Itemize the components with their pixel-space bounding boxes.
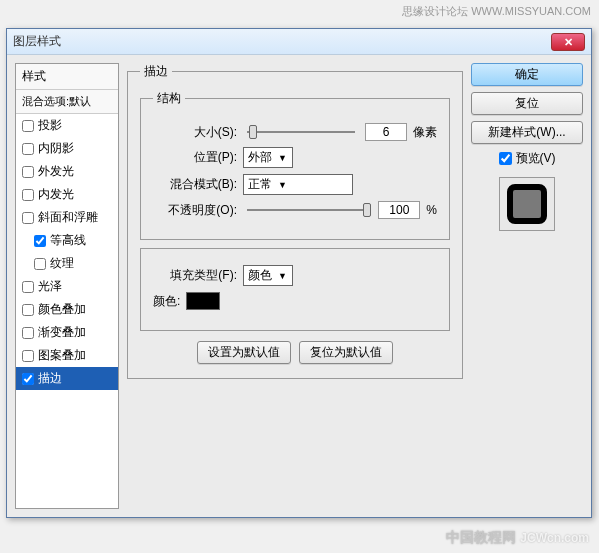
- style-item-label: 斜面和浮雕: [38, 209, 98, 226]
- fill-type-dropdown[interactable]: 颜色 ▼: [243, 265, 293, 286]
- position-label: 位置(P):: [153, 149, 237, 166]
- style-item-10[interactable]: 图案叠加: [16, 344, 118, 367]
- style-checkbox[interactable]: [22, 189, 34, 201]
- style-item-6[interactable]: 纹理: [16, 252, 118, 275]
- opacity-label: 不透明度(O):: [153, 202, 237, 219]
- style-item-7[interactable]: 光泽: [16, 275, 118, 298]
- fill-fieldset: 填充类型(F): 颜色 ▼ 颜色:: [140, 248, 450, 331]
- style-item-11[interactable]: 描边: [16, 367, 118, 390]
- size-slider[interactable]: [247, 131, 355, 133]
- style-item-9[interactable]: 渐变叠加: [16, 321, 118, 344]
- style-checkbox[interactable]: [22, 304, 34, 316]
- style-item-8[interactable]: 颜色叠加: [16, 298, 118, 321]
- style-item-label: 外发光: [38, 163, 74, 180]
- opacity-slider[interactable]: [247, 209, 368, 211]
- opacity-unit: %: [426, 203, 437, 217]
- style-checkbox[interactable]: [22, 373, 34, 385]
- style-item-label: 内阴影: [38, 140, 74, 157]
- style-item-label: 描边: [38, 370, 62, 387]
- fill-type-value: 颜色: [248, 267, 272, 284]
- new-style-button[interactable]: 新建样式(W)...: [471, 121, 583, 144]
- stroke-legend: 描边: [140, 63, 172, 80]
- fill-type-label: 填充类型(F):: [153, 267, 237, 284]
- right-panel: 确定 复位 新建样式(W)... 预览(V): [471, 63, 583, 509]
- style-item-label: 颜色叠加: [38, 301, 86, 318]
- stroke-fieldset: 描边 结构 大小(S): 像素 位置(P): 外部 ▼: [127, 63, 463, 379]
- styles-list: 投影内阴影外发光内发光斜面和浮雕等高线纹理光泽颜色叠加渐变叠加图案叠加描边: [16, 114, 118, 508]
- style-item-label: 内发光: [38, 186, 74, 203]
- position-dropdown[interactable]: 外部 ▼: [243, 147, 293, 168]
- close-button[interactable]: ✕: [551, 33, 585, 51]
- style-checkbox[interactable]: [22, 327, 34, 339]
- color-swatch[interactable]: [186, 292, 220, 310]
- style-item-1[interactable]: 内阴影: [16, 137, 118, 160]
- blend-label: 混合模式(B):: [153, 176, 237, 193]
- color-label: 颜色:: [153, 293, 180, 310]
- style-item-label: 投影: [38, 117, 62, 134]
- style-checkbox[interactable]: [22, 212, 34, 224]
- style-checkbox[interactable]: [22, 350, 34, 362]
- dialog-title: 图层样式: [13, 33, 551, 50]
- style-item-2[interactable]: 外发光: [16, 160, 118, 183]
- blend-value: 正常: [248, 176, 272, 193]
- cancel-button[interactable]: 复位: [471, 92, 583, 115]
- position-value: 外部: [248, 149, 272, 166]
- styles-header[interactable]: 样式: [16, 64, 118, 90]
- titlebar[interactable]: 图层样式 ✕: [7, 29, 591, 55]
- size-unit: 像素: [413, 124, 437, 141]
- style-checkbox[interactable]: [34, 235, 46, 247]
- style-item-label: 等高线: [50, 232, 86, 249]
- style-checkbox[interactable]: [22, 120, 34, 132]
- reset-default-button[interactable]: 复位为默认值: [299, 341, 393, 364]
- ok-button[interactable]: 确定: [471, 63, 583, 86]
- watermark-top: 思缘设计论坛 WWW.MISSYUAN.COM: [402, 4, 591, 19]
- main-panel: 描边 结构 大小(S): 像素 位置(P): 外部 ▼: [127, 63, 463, 509]
- set-default-button[interactable]: 设置为默认值: [197, 341, 291, 364]
- blend-dropdown[interactable]: 正常 ▼: [243, 174, 353, 195]
- style-item-label: 渐变叠加: [38, 324, 86, 341]
- style-item-3[interactable]: 内发光: [16, 183, 118, 206]
- preview-box: [499, 177, 555, 231]
- style-item-label: 图案叠加: [38, 347, 86, 364]
- size-input[interactable]: [365, 123, 407, 141]
- opacity-input[interactable]: [378, 201, 420, 219]
- layer-style-dialog: 图层样式 ✕ 样式 混合选项:默认 投影内阴影外发光内发光斜面和浮雕等高线纹理光…: [6, 28, 592, 518]
- size-label: 大小(S):: [153, 124, 237, 141]
- blend-options-header[interactable]: 混合选项:默认: [16, 90, 118, 114]
- style-item-5[interactable]: 等高线: [16, 229, 118, 252]
- style-item-4[interactable]: 斜面和浮雕: [16, 206, 118, 229]
- style-checkbox[interactable]: [22, 143, 34, 155]
- preview-label: 预览(V): [516, 150, 556, 167]
- style-item-label: 纹理: [50, 255, 74, 272]
- style-checkbox[interactable]: [34, 258, 46, 270]
- chevron-down-icon: ▼: [278, 180, 287, 190]
- structure-fieldset: 结构 大小(S): 像素 位置(P): 外部 ▼: [140, 90, 450, 240]
- preview-checkbox[interactable]: [499, 152, 512, 165]
- style-item-0[interactable]: 投影: [16, 114, 118, 137]
- chevron-down-icon: ▼: [278, 153, 287, 163]
- preview-thumbnail: [507, 184, 547, 224]
- style-checkbox[interactable]: [22, 166, 34, 178]
- style-item-label: 光泽: [38, 278, 62, 295]
- watermark-bottom: 中国教程网 JCWcn.com: [446, 528, 589, 547]
- structure-legend: 结构: [153, 90, 185, 107]
- style-checkbox[interactable]: [22, 281, 34, 293]
- styles-panel: 样式 混合选项:默认 投影内阴影外发光内发光斜面和浮雕等高线纹理光泽颜色叠加渐变…: [15, 63, 119, 509]
- chevron-down-icon: ▼: [278, 271, 287, 281]
